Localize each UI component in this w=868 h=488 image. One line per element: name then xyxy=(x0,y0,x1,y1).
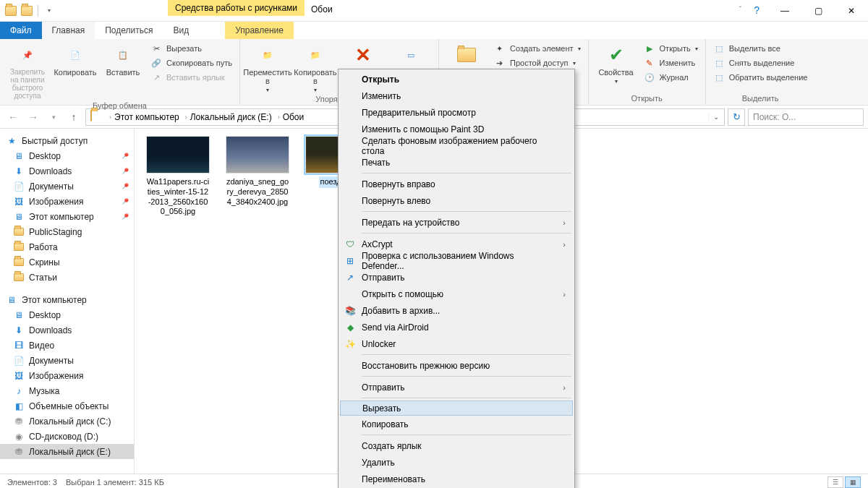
paste-button[interactable]: 📋Вставить xyxy=(101,42,145,100)
sidebar-item[interactable]: ♪Музыка xyxy=(0,383,134,398)
file-item[interactable]: zdaniya_sneg_gory_derevya_28504_3840x240… xyxy=(224,136,291,207)
properties-button[interactable]: ✔Свойства▾ xyxy=(595,42,638,93)
ctx-rotate-left[interactable]: Повернуть влево xyxy=(340,192,573,209)
view-details-button[interactable]: ☰ xyxy=(827,476,843,488)
view-icons-button[interactable]: ▦ xyxy=(845,476,861,488)
file-name: zdaniya_sneg_gory_derevya_28504_3840x240… xyxy=(224,176,291,207)
sidebar-item[interactable]: ◧Объемные объекты xyxy=(0,398,134,414)
tab-share[interactable]: Поделиться xyxy=(95,22,163,39)
select-all-icon: ⬚ xyxy=(713,43,725,54)
ctx-cut[interactable]: Вырезать xyxy=(340,401,573,416)
maximize-button[interactable]: ▢ xyxy=(801,0,835,22)
sidebar-item[interactable]: Работа xyxy=(0,239,134,254)
downloads-icon: ⬇ xyxy=(13,325,25,336)
tab-manage[interactable]: Управление xyxy=(225,22,294,39)
sidebar-item[interactable]: PublicStaging xyxy=(0,224,134,239)
edit-button[interactable]: ✎Изменить xyxy=(642,56,699,69)
separator xyxy=(362,398,571,398)
sidebar-this-pc[interactable]: 🖥Этот компьютер xyxy=(0,292,134,307)
ribbon-tabs: Файл Главная Поделиться Вид Управление xyxy=(0,22,868,39)
breadcrumb-segment[interactable]: ›Обои xyxy=(275,112,307,122)
ctx-delete[interactable]: Удалить xyxy=(340,454,573,471)
scissors-icon: ✂ xyxy=(150,43,162,54)
group-label: Открыть xyxy=(595,93,699,105)
new-item-button[interactable]: ✦Создать элемент ▾ xyxy=(493,42,582,55)
ctx-unlocker[interactable]: ✨Unlocker xyxy=(340,335,573,352)
ctx-archive[interactable]: 📚Добавить в архив... xyxy=(340,302,573,319)
close-button[interactable]: ✕ xyxy=(835,0,868,22)
folder-icon xyxy=(13,257,25,268)
ctx-share[interactable]: ↗Отправить xyxy=(340,269,573,286)
history-icon: 🕑 xyxy=(644,72,655,83)
breadcrumb-segment[interactable]: ›Локальный диск (E:) xyxy=(182,112,275,122)
copy-to-button[interactable]: 📁Копировать в▾ xyxy=(294,42,337,93)
ctx-preview[interactable]: Предварительный просмотр xyxy=(340,104,573,121)
minimize-button[interactable]: — xyxy=(768,0,801,22)
sidebar-item[interactable]: 📄Документы📍 xyxy=(0,179,134,194)
ctx-restore[interactable]: Восстановить прежнюю версию xyxy=(340,357,573,374)
copy-button[interactable]: 📄Копировать xyxy=(54,42,97,100)
sidebar-item[interactable]: ⛃Локальный диск (C:) xyxy=(0,414,134,429)
downloads-icon: ⬇ xyxy=(13,166,25,177)
tab-file[interactable]: Файл xyxy=(0,22,42,39)
item-count: Элементов: 3 xyxy=(7,478,57,487)
tab-view[interactable]: Вид xyxy=(163,22,199,39)
search-input[interactable]: Поиск: О... xyxy=(748,108,864,126)
move-icon: 📁 xyxy=(256,43,279,67)
ctx-copy[interactable]: Копировать xyxy=(340,416,573,432)
sidebar-item[interactable]: 🖥Этот компьютер📍 xyxy=(0,209,134,224)
drive-icon: ⛃ xyxy=(13,446,25,458)
ctx-wallpaper[interactable]: Сделать фоновым изображением рабочего ст… xyxy=(340,137,573,154)
copy-path-button[interactable]: 🔗Скопировать путь xyxy=(149,56,234,69)
help-icon[interactable]: ? xyxy=(754,4,760,16)
pin-icon: 📍 xyxy=(119,165,131,176)
quick-access-toolbar: ▾ xyxy=(0,4,56,17)
breadcrumb-segment[interactable]: ›Этот компьютер xyxy=(106,112,182,122)
ctx-airdroid[interactable]: ◆Send via AirDroid xyxy=(340,319,573,335)
navigation-pane: ★Быстрый доступ 🖥Desktop📍 ⬇Downloads📍 📄Д… xyxy=(0,129,135,474)
ctx-sendto[interactable]: Отправить› xyxy=(340,379,573,395)
sidebar-quick-access[interactable]: ★Быстрый доступ xyxy=(0,133,134,148)
ctx-rename[interactable]: Переименовать xyxy=(340,471,573,487)
separator xyxy=(362,354,571,355)
ctx-defender[interactable]: ⊞Проверка с использованием Windows Defen… xyxy=(340,252,573,269)
ctx-open-with[interactable]: Открыть с помощью› xyxy=(340,286,573,302)
history-button[interactable]: 🕑Журнал xyxy=(642,71,699,84)
sidebar-item[interactable]: ⬇Downloads xyxy=(0,322,134,338)
sidebar-item[interactable]: ⬇Downloads📍 xyxy=(0,163,134,179)
ctx-shortcut[interactable]: Создать ярлык xyxy=(340,437,573,454)
desktop-icon: 🖥 xyxy=(13,309,25,321)
check-icon: ✔ xyxy=(605,43,628,67)
ctx-print[interactable]: Печать xyxy=(340,154,573,171)
ctx-open[interactable]: Открыть xyxy=(340,71,573,87)
thumbnail xyxy=(146,136,210,174)
chevron-down-icon[interactable]: ▾ xyxy=(43,4,56,17)
ctx-cast[interactable]: Передать на устройство› xyxy=(340,214,573,231)
refresh-button[interactable]: ↻ xyxy=(728,108,745,126)
file-item[interactable]: Wa11papers.ru-cities_winter-15-12-2013_2… xyxy=(145,136,211,218)
sidebar-item[interactable]: 🎞Видео xyxy=(0,338,134,353)
select-all-button[interactable]: ⬚Выделить все xyxy=(712,42,809,55)
sidebar-item[interactable]: 🖥Desktop📍 xyxy=(0,148,134,163)
sidebar-item[interactable]: 🖼Изображения xyxy=(0,368,134,383)
sidebar-item[interactable]: 🖥Desktop xyxy=(0,307,134,322)
select-invert-button[interactable]: ⬚Обратить выделение xyxy=(712,71,809,84)
move-to-button[interactable]: 📁Переместить в▾ xyxy=(246,42,289,93)
sidebar-item[interactable]: Статьи xyxy=(0,270,134,285)
ctx-edit[interactable]: Изменить xyxy=(340,87,573,104)
copy-icon: 📄 xyxy=(64,43,87,67)
sidebar-item[interactable]: 🖼Изображения📍 xyxy=(0,194,134,209)
cut-button[interactable]: ✂Вырезать xyxy=(149,42,234,55)
easy-access-button[interactable]: ➜Простой доступ ▾ xyxy=(493,56,582,69)
sidebar-item[interactable]: 📄Документы xyxy=(0,353,134,368)
address-dropdown[interactable]: ⌄ xyxy=(708,113,723,121)
collapse-ribbon-icon[interactable]: ˇ xyxy=(739,6,741,14)
sidebar-item-selected[interactable]: ⛃Локальный диск (E:) xyxy=(0,444,134,459)
select-none-button[interactable]: ⬚Снять выделение xyxy=(712,56,809,69)
tab-home[interactable]: Главная xyxy=(42,22,95,39)
3d-icon: ◧ xyxy=(13,401,25,412)
sidebar-item[interactable]: ◉CD-дисковод (D:) xyxy=(0,429,134,444)
sidebar-item[interactable]: Скрины xyxy=(0,254,134,270)
ctx-rotate-right[interactable]: Повернуть вправо xyxy=(340,176,573,192)
open-button[interactable]: ▶Открыть ▾ xyxy=(642,42,699,55)
